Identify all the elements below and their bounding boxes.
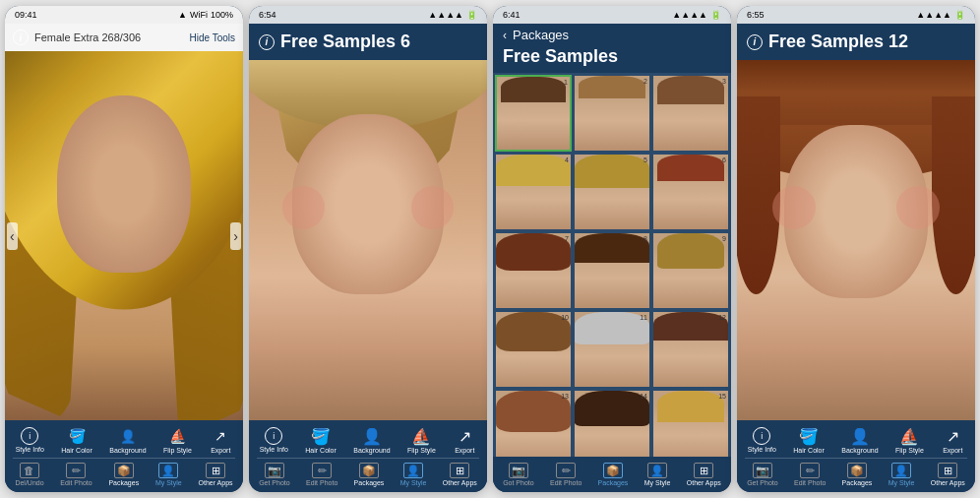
screen2-icon-haircolor: 🪣 [309,426,333,446]
screen3-btn-packages[interactable]: 📦 Packages [598,463,629,486]
grid-num-11: 11 [640,314,647,321]
screen4-label-editphoto: Edit Photo [794,479,826,486]
screen2-btn-styleinfo[interactable]: i Style Info [260,427,288,453]
screen2-btn-packages[interactable]: 📦 Packages [354,463,385,486]
screen2-btn-editphoto[interactable]: ✏ Edit Photo [306,463,337,486]
screen1-statusbar: 09:41 ▲ WiFi 100% [5,6,243,24]
screen2-header: i Free Samples 6 [249,24,487,60]
screen1-label-export: Export [211,447,230,454]
screen1-hide-tools[interactable]: Hide Tools [189,32,235,43]
screen4-label-flipstyle: Flip Style [895,447,924,454]
screen1-btn-flipstyle[interactable]: ⛵ Flip Style [163,426,192,454]
screen1-label-editphoto: Edit Photo [60,479,92,486]
grid-face-5 [575,155,649,229]
screen1-info-icon[interactable]: i [13,30,29,45]
screen1-title: Female Extra 268/306 [34,31,141,43]
grid-item-3[interactable]: 3 [652,75,729,152]
grid-item-7[interactable]: 7 [495,232,572,309]
screen4-btn-getphoto[interactable]: 📷 Get Photo [747,463,778,486]
screen2-signal: ▲▲▲▲ [428,10,463,20]
screen1-icon-styleinfo: i [21,427,38,445]
screen1-nav-right[interactable]: › [230,222,241,250]
screen1-icon-flipstyle: ⛵ [165,426,189,446]
screen3-btn-editphoto[interactable]: ✏ Edit Photo [550,463,582,486]
screen1-btn-editphoto[interactable]: ✏ Edit Photo [60,463,92,486]
screen4-btn-flipstyle[interactable]: ⛵ Flip Style [895,426,924,454]
screen4-btn-export[interactable]: ↗ Export [941,426,964,454]
screen1-label-otherapps: Other Apps [199,479,233,486]
screen1-nav-left[interactable]: ‹ [7,222,18,250]
screen3-btn-mystyle[interactable]: 👤 My Style [644,463,671,486]
screen3-toolbar-bottom: 📷 Got Photo ✏ Edit Photo 📦 Packages 👤 My… [493,457,731,492]
screen1-battery: 100% [211,10,233,20]
screen2-time: 6:54 [259,10,276,20]
screen4-btn-styleinfo[interactable]: i Style Info [748,427,776,453]
screen3-header-title-bar: Free Samples [493,46,731,73]
screen3-status-icons: ▲▲▲▲ 🔋 [672,10,721,20]
screen1-btn-styleinfo[interactable]: i Style Info [16,427,44,453]
screen3-label-otherapps: Other Apps [687,479,721,486]
screen1-wifi: WiFi [190,10,208,20]
screen4-hair-left [737,96,780,294]
grid-item-2[interactable]: 2 [574,75,650,152]
grid-item-12[interactable]: 12 [652,311,729,388]
screen2-icon-packages: 📦 [359,463,379,478]
grid-item-13[interactable]: 13 [495,390,572,457]
screen2-icon-otherapps: ⊞ [450,463,469,478]
grid-item-14[interactable]: 14 [574,390,650,457]
screen1-btn-mystyle[interactable]: 👤 My Style [155,463,182,486]
screen2-btn-haircolor[interactable]: 🪣 Hair Color [305,426,337,454]
grid-item-15[interactable]: 15 [652,390,729,457]
screen4-btn-editphoto[interactable]: ✏ Edit Photo [794,463,826,486]
screen3: 6:41 ▲▲▲▲ 🔋 ‹ Packages Free Samples [493,6,731,492]
screen4-btn-packages[interactable]: 📦 Packages [842,463,873,486]
screen2: 6:54 ▲▲▲▲ 🔋 i Free Samples 6 [249,6,487,492]
screen4-title: Free Samples 12 [768,31,908,52]
screen1-btn-haircolor[interactable]: 🪣 Hair Color [61,426,92,454]
screen1-label-packages: Packages [108,479,139,486]
screen2-btn-background[interactable]: 👤 Background [353,426,390,454]
screen1-btn-packages[interactable]: 📦 Packages [108,463,139,486]
screen1-btn-delundo[interactable]: 🗑 Del/Undo [15,463,43,486]
grid-item-8[interactable]: 8 [574,232,650,309]
screen4-btn-otherapps[interactable]: ⊞ Other Apps [931,463,965,486]
screen1-toolbar-top: i Style Info 🪣 Hair Color 👤 Background ⛵… [5,420,243,492]
screen1-btn-export[interactable]: ↗ Export [209,426,232,454]
screen4-icon-styleinfo: i [753,427,770,445]
screen4-btn-background[interactable]: 👤 Background [841,426,878,454]
screen4-btn-haircolor[interactable]: 🪣 Hair Color [793,426,825,454]
screen4-icon-otherapps: ⊞ [938,463,957,478]
screen2-label-getphoto: Get Photo [259,479,290,486]
screen1-btn-otherapps[interactable]: ⊞ Other Apps [199,463,233,486]
screen3-hair-grid: 1 2 3 [493,73,731,457]
screen1-icon-otherapps: ⊞ [206,463,225,478]
screen2-btn-mystyle[interactable]: 👤 My Style [400,463,427,486]
grid-item-1[interactable]: 1 [495,75,572,152]
grid-item-4[interactable]: 4 [495,154,572,230]
grid-num-3: 3 [722,78,726,85]
screen2-main-image [249,60,487,420]
grid-item-10[interactable]: 10 [495,311,572,388]
screen3-btn-getphoto[interactable]: 📷 Got Photo [503,463,534,486]
screen4-icon-editphoto: ✏ [800,463,820,478]
screen3-back-icon[interactable]: ‹ [503,29,507,42]
screen2-toolbar-bottom-row: 📷 Get Photo ✏ Edit Photo 📦 Packages 👤 My… [251,461,485,488]
screen3-back-label[interactable]: Packages [513,28,569,42]
screen1-btn-background[interactable]: 👤 Background [109,426,146,454]
screen4-info-icon[interactable]: i [747,34,763,50]
grid-item-11[interactable]: 11 [574,311,650,388]
grid-item-6[interactable]: 6 [652,154,729,230]
grid-item-9[interactable]: 9 [652,232,729,309]
grid-num-10: 10 [561,314,569,321]
screen3-btn-otherapps[interactable]: ⊞ Other Apps [687,463,721,486]
screen2-btn-getphoto[interactable]: 📷 Get Photo [259,463,290,486]
screen2-label-haircolor: Hair Color [305,447,337,454]
screen4-btn-mystyle[interactable]: 👤 My Style [888,463,915,486]
grid-item-5[interactable]: 5 [574,154,650,230]
screen2-btn-flipstyle[interactable]: ⛵ Flip Style [407,426,436,454]
screen2-info-icon[interactable]: i [259,34,275,50]
screen1-label-flipstyle: Flip Style [163,447,192,454]
screen2-btn-otherapps[interactable]: ⊞ Other Apps [443,463,477,486]
screen4: 6:55 ▲▲▲▲ 🔋 i Free Samples 12 [737,6,975,492]
screen2-btn-export[interactable]: ↗ Export [453,426,476,454]
